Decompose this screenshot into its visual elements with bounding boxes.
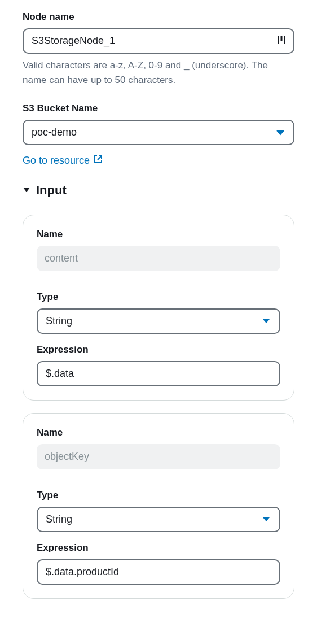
input-type-label: Type bbox=[37, 490, 280, 501]
node-name-input[interactable] bbox=[23, 28, 294, 54]
bucket-name-label: S3 Bucket Name bbox=[23, 103, 294, 114]
input-type-value: String bbox=[46, 315, 72, 327]
input-name-label: Name bbox=[37, 229, 280, 240]
input-type-select[interactable]: String bbox=[37, 308, 280, 334]
input-name-field bbox=[37, 246, 280, 271]
input-card: Name Type String Expression bbox=[23, 215, 294, 401]
input-expression-field[interactable] bbox=[37, 559, 280, 585]
input-card: Name Type String Expression bbox=[23, 413, 294, 599]
input-section-title: Input bbox=[36, 183, 67, 198]
node-name-help: Valid characters are a-z, A-Z, 0-9 and _… bbox=[23, 58, 294, 87]
bucket-name-value: poc-demo bbox=[32, 127, 77, 138]
resource-link-label: Go to resource bbox=[23, 155, 90, 167]
bucket-name-select[interactable]: poc-demo bbox=[23, 120, 294, 145]
input-expression-label: Expression bbox=[37, 542, 280, 554]
go-to-resource-link[interactable]: Go to resource bbox=[23, 154, 103, 167]
input-name-label: Name bbox=[37, 427, 280, 438]
input-type-value: String bbox=[46, 514, 72, 525]
input-name-field bbox=[37, 444, 280, 469]
input-type-label: Type bbox=[37, 291, 280, 303]
input-type-select[interactable]: String bbox=[37, 507, 280, 532]
input-expression-label: Expression bbox=[37, 344, 280, 355]
external-link-icon bbox=[93, 154, 103, 167]
input-section-toggle[interactable]: Input bbox=[23, 183, 294, 198]
node-name-label: Node name bbox=[23, 11, 294, 23]
caret-down-icon bbox=[23, 186, 30, 195]
input-expression-field[interactable] bbox=[37, 361, 280, 386]
